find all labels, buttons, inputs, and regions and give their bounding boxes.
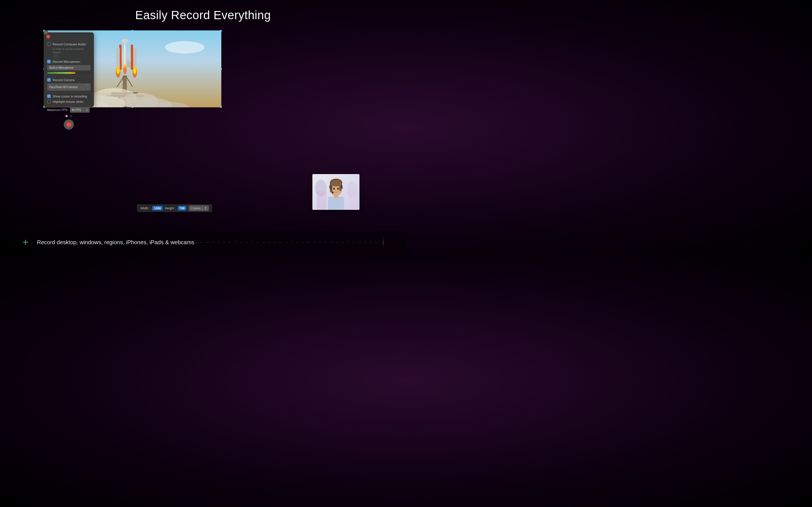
record-mic-label: Record Microphone: — [53, 60, 81, 63]
record-controls — [47, 115, 91, 129]
custom-label: Custom ... — [191, 207, 204, 210]
plus-icon: + — [22, 237, 29, 247]
page-indicators — [65, 115, 72, 117]
highlight-clicks-row: Highlight mouse clicks — [47, 100, 91, 103]
fps-value: 60 FPS — [71, 108, 81, 112]
svg-point-3 — [165, 41, 204, 54]
page-dot-1[interactable] — [65, 115, 68, 117]
fps-section: Maximum FPS: 60 FPS ▲ ▼ — [47, 107, 91, 113]
svg-point-45 — [332, 192, 334, 193]
record-camera-row: Record Camera — [47, 78, 91, 82]
audio-level-fill — [47, 72, 75, 74]
width-label: Width : — [140, 207, 150, 210]
width-value[interactable]: 1366 — [152, 206, 162, 210]
record-dot-icon — [66, 122, 71, 127]
svg-rect-22 — [131, 45, 133, 70]
custom-dropdown-arrow: ▲▼ — [205, 206, 207, 210]
svg-rect-33 — [317, 191, 326, 210]
custom-dropdown-button[interactable]: Custom ... ▲▼ — [189, 205, 209, 211]
svg-point-42 — [337, 188, 339, 190]
webinar-note: In order to record a webinar session... … — [53, 48, 91, 58]
show-cursor-checkbox[interactable] — [47, 94, 51, 98]
main-content: ✕ — [0, 31, 406, 230]
record-camera-label: Record Camera — [53, 78, 75, 82]
microphone-value: Built-in Microphone — [49, 66, 88, 69]
panel-titlebar — [44, 33, 94, 41]
record-mic-checkbox[interactable] — [47, 60, 51, 63]
close-icon: ✕ — [45, 31, 47, 34]
panel-body: Record Computer Audio In order to record… — [44, 41, 94, 132]
fps-dropdown[interactable]: 60 FPS ▲ ▼ — [70, 107, 90, 113]
svg-point-28 — [117, 68, 119, 74]
height-label: Height : — [165, 207, 175, 210]
info-icon[interactable]: i — [54, 54, 58, 58]
record-mic-row: Record Microphone: — [47, 60, 91, 63]
control-panel: Record Computer Audio In order to record… — [44, 33, 94, 107]
fps-down-arrow[interactable]: ▼ — [86, 110, 88, 112]
fps-up-arrow[interactable]: ▲ — [86, 108, 88, 110]
highlight-clicks-label: Highlight mouse clicks — [53, 100, 84, 103]
record-audio-label: Record Computer Audio — [53, 43, 86, 46]
right-divider-end — [383, 237, 384, 248]
show-cursor-label: Show cursor in recording — [53, 95, 87, 98]
camera-value: FaceTime HD Camera — [49, 86, 78, 89]
height-value[interactable]: 768 — [178, 206, 186, 210]
record-button[interactable] — [64, 119, 74, 129]
svg-rect-34 — [349, 192, 357, 210]
dimension-bar: Width : 1366 Height : 768 Custom ... ▲▼ — [137, 204, 212, 212]
close-traffic-light[interactable] — [47, 35, 50, 38]
page-title: Easily Record Everything — [0, 0, 406, 31]
audio-level-bar — [47, 72, 91, 74]
svg-rect-44 — [340, 185, 343, 189]
fps-label: Maximum FPS: — [47, 108, 68, 112]
record-audio-row: Record Computer Audio — [47, 42, 91, 46]
bottom-bar: + Record desktop, windows, regions, iPho… — [0, 231, 406, 253]
svg-rect-35 — [328, 196, 344, 210]
svg-point-29 — [133, 68, 136, 74]
page-dot-2[interactable] — [70, 115, 72, 117]
camera-dropdown[interactable]: FaceTime HD Camera ⌃⌄ — [47, 83, 91, 91]
close-button[interactable]: ✕ — [44, 30, 48, 35]
record-audio-checkbox[interactable] — [47, 42, 51, 46]
svg-point-18 — [121, 39, 129, 43]
svg-point-41 — [333, 188, 335, 190]
divider-1 — [47, 76, 91, 76]
fps-stepper[interactable]: ▲ ▼ — [86, 108, 88, 112]
bottom-text: Record desktop, windows, regions, iPhone… — [37, 239, 194, 245]
webcam-overlay — [312, 174, 359, 210]
svg-rect-43 — [329, 185, 332, 189]
highlight-clicks-checkbox[interactable] — [47, 100, 51, 103]
show-cursor-row: Show cursor in recording — [47, 94, 91, 98]
microphone-dropdown[interactable]: Built-in Microphone — [47, 65, 91, 70]
divider-3 — [47, 105, 91, 105]
record-camera-checkbox[interactable] — [47, 78, 51, 82]
camera-dropdown-arrow: ⌃⌄ — [86, 84, 88, 90]
svg-point-27 — [123, 64, 126, 74]
